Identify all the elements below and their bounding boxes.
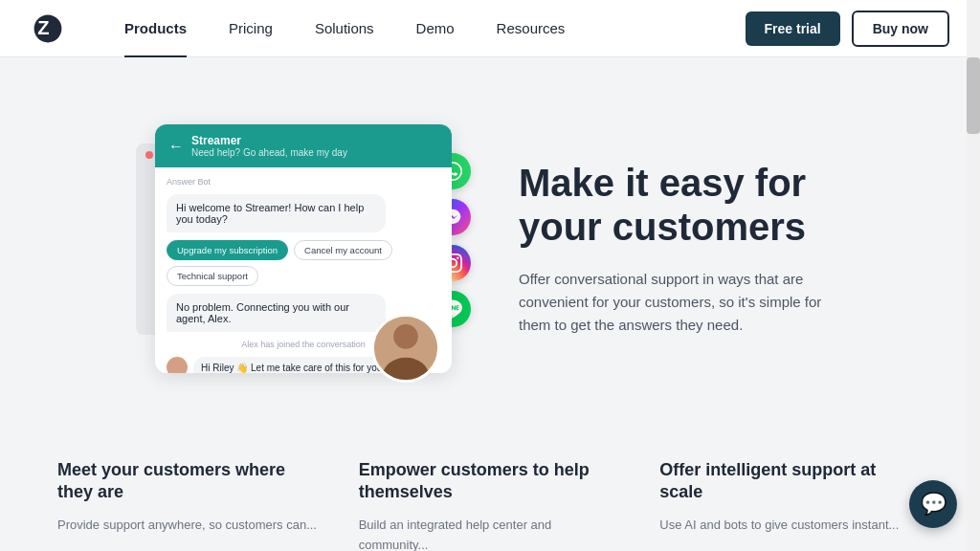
person-silhouette [374, 314, 437, 380]
agent-name-header: Streamer [191, 134, 347, 147]
chat-widget-icon: 💬 [921, 492, 947, 517]
hero-text: Make it easy for your customers Offer co… [519, 161, 844, 337]
hero-visual: 🏳 ← Streamer Need help? Go ahead, make m… [136, 124, 461, 373]
chip-technical[interactable]: Technical support [167, 266, 258, 286]
hero-description: Offer conversational support in ways tha… [519, 268, 844, 337]
agent-message: Hi Riley 👋 Let me take care of this for … [193, 357, 392, 373]
free-trial-button[interactable]: Free trial [746, 11, 840, 46]
bottom-section: Meet your customers where they are Provi… [0, 421, 980, 551]
bottom-card-3: Offer intelligent support at scale Use A… [659, 459, 923, 551]
chat-header: ← Streamer Need help? Go ahead, make my … [155, 124, 452, 167]
hero-section: 🏳 ← Streamer Need help? Go ahead, make m… [0, 57, 980, 421]
chat-chips: Upgrade my subscription Cancel my accoun… [167, 240, 440, 286]
bottom-card-3-desc: Use AI and bots to give customers instan… [659, 516, 923, 536]
connecting-message: No problem. Connecting you with our agen… [167, 294, 386, 332]
dot-red [145, 151, 153, 159]
scrollbar-thumb[interactable] [967, 57, 980, 134]
chat-header-info: Streamer Need help? Go ahead, make my da… [191, 134, 347, 158]
nav-item-pricing[interactable]: Pricing [208, 0, 294, 57]
bottom-card-2: Empower customers to help themselves Bui… [359, 459, 622, 551]
scrollbar[interactable] [967, 0, 980, 551]
bottom-card-1-desc: Provide support anywhere, so customers c… [57, 516, 321, 536]
svg-text:Z: Z [37, 17, 49, 38]
back-icon: ← [168, 138, 184, 155]
agent-avatar [167, 357, 188, 373]
person-image [371, 314, 440, 383]
buy-now-button[interactable]: Buy now [852, 11, 949, 47]
navbar: Z Products Pricing Solutions Demo Resour… [0, 0, 980, 57]
chip-upgrade[interactable]: Upgrade my subscription [167, 240, 288, 260]
chat-widget-button[interactable]: 💬 [909, 480, 957, 528]
nav-item-solutions[interactable]: Solutions [294, 0, 395, 57]
welcome-message: Hi welcome to Streamer! How can I help y… [167, 194, 386, 232]
logo-icon: Z [31, 11, 65, 46]
answer-bot-label: Answer Bot [167, 177, 440, 187]
logo[interactable]: Z [31, 11, 65, 46]
bottom-card-1: Meet your customers where they are Provi… [57, 459, 321, 551]
svg-point-2 [393, 324, 418, 349]
hero-heading: Make it easy for your customers [519, 161, 844, 249]
nav-item-products[interactable]: Products [103, 0, 208, 57]
bottom-card-1-title: Meet your customers where they are [57, 459, 321, 504]
chip-cancel[interactable]: Cancel my account [294, 240, 392, 260]
nav-item-resources[interactable]: Resources [476, 0, 587, 57]
nav-buttons: Free trial Buy now [746, 11, 949, 47]
bottom-card-3-title: Offer intelligent support at scale [659, 459, 923, 504]
bottom-card-2-desc: Build an integrated help center and comm… [359, 516, 622, 551]
nav-links: Products Pricing Solutions Demo Resource… [103, 0, 746, 57]
agent-sub-header: Need help? Go ahead, make my day [191, 147, 347, 158]
bottom-card-2-title: Empower customers to help themselves [359, 459, 622, 504]
nav-item-demo[interactable]: Demo [395, 0, 476, 57]
